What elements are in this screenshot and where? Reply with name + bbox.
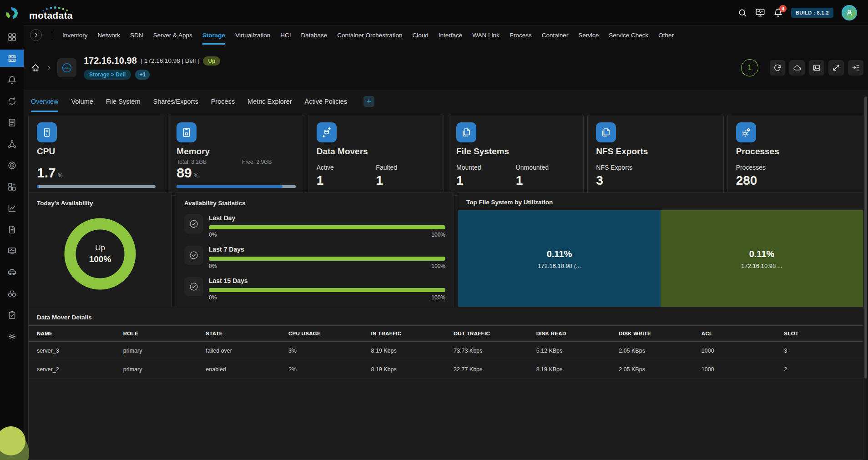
donut-center-label: Up 100% [89,243,111,264]
cpu-progress-fill [37,185,39,188]
sidebar-item-reports[interactable] [0,221,24,238]
table-row[interactable]: server_2 primary enabled 2% 8.19 Kbps 32… [29,360,863,379]
cell-slot: 3 [780,342,863,360]
data-movers-icon-tile [317,122,337,142]
file-systems-card: File Systems Mounted 1 Unmounted 1 [448,115,584,196]
severity-count-button[interactable]: 1 [741,59,758,76]
nav-item-container-orchestration[interactable]: Container Orchestration [337,25,402,45]
cell-state: enabled [202,360,285,379]
nav-item-process[interactable]: Process [510,25,532,45]
tab-file-system[interactable]: File System [106,91,141,112]
tab-active-policies[interactable]: Active Policies [305,91,347,112]
col-disk-read: DISK READ [533,326,616,342]
notification-badge: 4 [779,5,787,12]
cell-in-traffic: 8.19 Kbps [367,360,450,379]
stat-faulted: Faulted 1 [376,164,435,188]
fullscreen-button[interactable] [828,60,844,76]
cpu-icon [41,127,52,138]
nav-item-container[interactable]: Container [542,25,569,45]
cloud-button[interactable] [789,60,805,76]
topology-icon [7,139,17,149]
file-systems-icon-tile [456,122,476,142]
sidebar-item-observer[interactable] [0,285,24,302]
nav-item-interface[interactable]: Interface [439,25,463,45]
sidebar-item-console[interactable] [0,242,24,259]
search-button[interactable] [738,8,747,17]
col-cpu-usage: CPU USAGE [285,326,368,342]
memory-card: Memory Total: 3.2GB Free: 2.9GB 89 % [168,115,304,196]
apps-grid-icon [7,32,17,42]
notifications-button[interactable]: 4 [773,8,783,17]
nav-item-cloud[interactable]: Cloud [413,25,429,45]
gears-icon [741,127,752,138]
sidebar-item-discovery[interactable] [0,157,24,174]
binoculars-icon [7,289,17,298]
cell-slot: 2 [780,360,863,379]
nav-item-wan-link[interactable]: WAN Link [472,25,500,45]
sidebar-item-alerts[interactable] [0,71,24,88]
sidebar-item-topology[interactable] [0,135,24,152]
nav-item-hci[interactable]: HCI [280,25,291,45]
nav-item-inventory[interactable]: Inventory [62,25,88,45]
treemap-cell[interactable]: 0.11% 172.16.10.98 (... [458,210,661,308]
nav-item-storage[interactable]: Storage [202,25,225,45]
nav-expand-button[interactable] [30,29,42,41]
tab-shares-exports[interactable]: Shares/Exports [153,91,198,112]
availability-donut: Up 100% [37,207,163,301]
availability-scale: 0%100% [209,294,445,301]
nav-item-database[interactable]: Database [301,25,327,45]
stat-processes: Processes 280 [736,164,796,188]
cell-in-traffic: 8.19 Kbps [367,342,450,360]
tab-overview[interactable]: Overview [31,91,58,112]
sidebar-item-traffic[interactable] [0,263,24,281]
vertical-scrollbar[interactable] [864,96,867,379]
sidebar-item-audit[interactable] [0,306,24,324]
sidebar-item-plugins[interactable] [0,178,24,195]
col-out-traffic: OUT TRAFFIC [450,326,533,342]
sidebar-item-inventory[interactable] [0,50,24,67]
availability-bar [209,225,445,229]
tab-process[interactable]: Process [211,91,235,112]
more-tags-pill[interactable]: +1 [135,70,150,80]
availability-bar-fill [209,225,445,229]
nav-item-server-apps[interactable]: Server & Apps [153,25,192,45]
add-tab-button[interactable]: + [363,96,374,107]
scale-min: 0% [209,263,217,269]
inventory-rack-icon [7,54,17,63]
nav-item-service-check[interactable]: Service Check [609,25,648,45]
data-movers-stats: Active 1 Faulted 1 [317,164,435,188]
nav-item-network[interactable]: Network [98,25,121,45]
sidebar-item-apps-grid[interactable] [0,28,24,45]
sidebar-item-logs[interactable] [0,114,24,131]
nav-item-service[interactable]: Service [578,25,599,45]
motadata-logo-icon[interactable] [4,0,20,26]
console-monitor-icon [7,246,17,256]
refresh-button[interactable] [770,60,785,76]
monitor-button[interactable] [755,8,765,18]
nav-item-sdn[interactable]: SDN [130,25,143,45]
donut-status: Up [89,243,111,253]
trend-chart-icon [7,203,17,213]
home-button[interactable] [31,63,40,72]
stat-cards-row: CPU 1.7 % Memory Total: 3.2GB Free: 2.9G… [28,115,863,187]
scale-max: 100% [431,263,445,269]
sidebar-item-settings[interactable] [0,328,24,345]
cell-out-traffic: 32.77 Kbps [450,360,533,379]
scale-max: 100% [431,294,445,301]
status-badge: Up [203,56,220,66]
tab-volume[interactable]: Volume [71,91,93,112]
side-panel-button[interactable] [848,60,863,76]
table-row[interactable]: server_3 primary failed over 3% 8.19 Kbp… [29,342,863,360]
card-title: File Systems [456,147,575,157]
data-mover-details-card: Data Mover Details NAME ROLE STATE CPU U… [28,307,863,460]
user-avatar[interactable] [842,5,857,20]
sidebar-item-ncm[interactable] [0,92,24,110]
table-header-row: NAME ROLE STATE CPU USAGE IN TRAFFIC OUT… [29,326,863,342]
snapshot-button[interactable] [809,60,824,76]
nav-item-other[interactable]: Other [658,25,674,45]
nav-item-virtualization[interactable]: Virtualization [235,25,270,45]
sidebar-item-analytics[interactable] [0,199,24,217]
tab-metric-explorer[interactable]: Metric Explorer [247,91,292,112]
treemap-cell[interactable]: 0.11% 172.16.10.98 ... [661,210,863,308]
col-acl: ACL [698,326,781,342]
